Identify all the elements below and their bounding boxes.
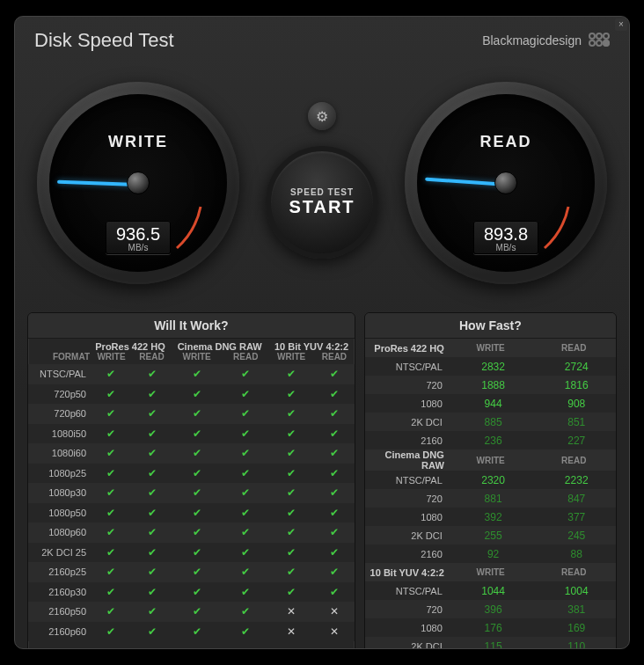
check-icon: ✔: [90, 464, 133, 484]
check-icon: ✔: [133, 483, 171, 503]
row-label: 720: [365, 489, 450, 508]
check-icon: ✔: [223, 622, 268, 642]
table-row: 21609288: [365, 544, 616, 563]
table-row: 1080p50✔✔✔✔✔✔: [28, 503, 355, 523]
row-read-value: 908: [537, 394, 616, 413]
section-header: Cinema DNG RAWWRITEREAD: [365, 449, 616, 471]
table-row: 1080i60✔✔✔✔✔✔: [28, 443, 355, 464]
check-icon: ✔: [133, 582, 171, 603]
check-icon: ✔: [90, 562, 133, 582]
format-label: 2160p30: [28, 582, 90, 603]
check-icon: ✔: [171, 503, 223, 523]
start-button-small: SPEED TEST: [290, 187, 354, 197]
row-read-value: 1004: [537, 581, 616, 600]
check-icon: ✔: [133, 364, 171, 384]
format-label: 1080p30: [28, 483, 90, 503]
check-icon: ✔: [171, 582, 223, 603]
check-icon: ✔: [171, 443, 223, 464]
results-area: Will It Work? ProRes 422 HQ Cinema DNG R…: [15, 312, 629, 649]
check-icon: ✔: [223, 562, 268, 582]
check-icon: ✔: [314, 384, 355, 405]
row-read-value: 110: [537, 637, 616, 649]
table-row: 1080392377: [365, 508, 616, 526]
section-name: 10 Bit YUV 4:2:2: [365, 563, 450, 581]
row-write-value: 1888: [450, 376, 538, 394]
x-icon: ✕: [268, 622, 314, 642]
check-icon: ✔: [171, 364, 223, 384]
check-icon: ✔: [171, 543, 223, 563]
format-label: 2160p60: [28, 622, 90, 642]
col-read: READ: [537, 339, 616, 357]
check-icon: ✔: [133, 602, 171, 622]
svg-point-1: [596, 33, 602, 39]
format-label: 1080p50: [28, 503, 90, 523]
section-header: 10 Bit YUV 4:2:2WRITEREAD: [365, 563, 616, 581]
settings-button[interactable]: ⚙: [308, 102, 336, 130]
row-write-value: 1044: [450, 581, 538, 600]
check-icon: ✔: [314, 582, 355, 603]
row-label: NTSC/PAL: [365, 471, 450, 489]
check-icon: ✔: [171, 464, 223, 484]
table-row: 720881847: [365, 489, 616, 508]
check-icon: ✔: [90, 364, 133, 384]
check-icon: ✔: [171, 404, 223, 424]
row-label: NTSC/PAL: [365, 357, 450, 376]
check-icon: ✔: [133, 404, 171, 424]
start-button[interactable]: SPEED TEST START: [266, 146, 378, 259]
row-write-value: 92: [450, 544, 538, 563]
row-label: 1080: [365, 508, 450, 526]
svg-point-0: [589, 33, 595, 39]
row-label: 2K DCI: [365, 637, 450, 649]
gauges-area: WRITE 936.5 MB/s ⚙ SPEED TEST START: [15, 57, 629, 312]
col-group-0: ProRes 422 HQ: [90, 339, 171, 352]
check-icon: ✔: [90, 483, 133, 503]
table-row: 720p60✔✔✔✔✔✔: [28, 404, 355, 424]
x-icon: ✕: [314, 602, 355, 622]
sub-read-2: READ: [314, 352, 355, 364]
row-read-value: 2724: [537, 357, 616, 376]
brand: Blackmagicdesign: [482, 33, 610, 48]
x-icon: ✕: [314, 622, 355, 642]
table-row: 1080p30✔✔✔✔✔✔: [28, 483, 355, 503]
format-label: 720p60: [28, 404, 90, 424]
check-icon: ✔: [90, 443, 133, 464]
check-icon: ✔: [133, 424, 171, 444]
check-icon: ✔: [90, 582, 133, 603]
close-icon[interactable]: ×: [615, 18, 627, 31]
check-icon: ✔: [314, 503, 355, 523]
check-icon: ✔: [90, 503, 133, 523]
format-header: FORMAT: [28, 352, 90, 364]
check-icon: ✔: [133, 443, 171, 464]
col-read: READ: [537, 449, 616, 471]
check-icon: ✔: [133, 503, 171, 523]
will-it-work-table: ProRes 422 HQ Cinema DNG RAW 10 Bit YUV …: [28, 339, 355, 641]
check-icon: ✔: [133, 384, 171, 405]
check-icon: ✔: [268, 364, 314, 384]
svg-point-3: [589, 40, 595, 46]
check-icon: ✔: [314, 483, 355, 503]
section-name: ProRes 422 HQ: [365, 339, 450, 357]
table-row: 1080p60✔✔✔✔✔✔: [28, 522, 355, 543]
x-icon: ✕: [268, 602, 314, 622]
read-gauge: READ 893.8 MB/s: [405, 77, 607, 284]
check-icon: ✔: [223, 464, 268, 484]
check-icon: ✔: [223, 384, 268, 405]
col-read: READ: [537, 563, 616, 581]
table-row: 2160p60✔✔✔✔✕✕: [28, 622, 355, 642]
check-icon: ✔: [90, 424, 133, 444]
row-read-value: 851: [537, 413, 616, 431]
check-icon: ✔: [171, 562, 223, 582]
section-name: Cinema DNG RAW: [365, 449, 450, 471]
check-icon: ✔: [268, 582, 314, 603]
row-write-value: 236: [450, 431, 538, 449]
row-read-value: 847: [537, 489, 616, 508]
sub-write-2: WRITE: [268, 352, 314, 364]
gear-icon: ⚙: [316, 108, 328, 125]
check-icon: ✔: [268, 424, 314, 444]
table-row: NTSC/PAL23202232: [365, 471, 616, 489]
check-icon: ✔: [223, 582, 268, 603]
table-row: 1080944908: [365, 394, 616, 413]
check-icon: ✔: [223, 543, 268, 563]
row-label: 720: [365, 600, 450, 618]
check-icon: ✔: [314, 404, 355, 424]
